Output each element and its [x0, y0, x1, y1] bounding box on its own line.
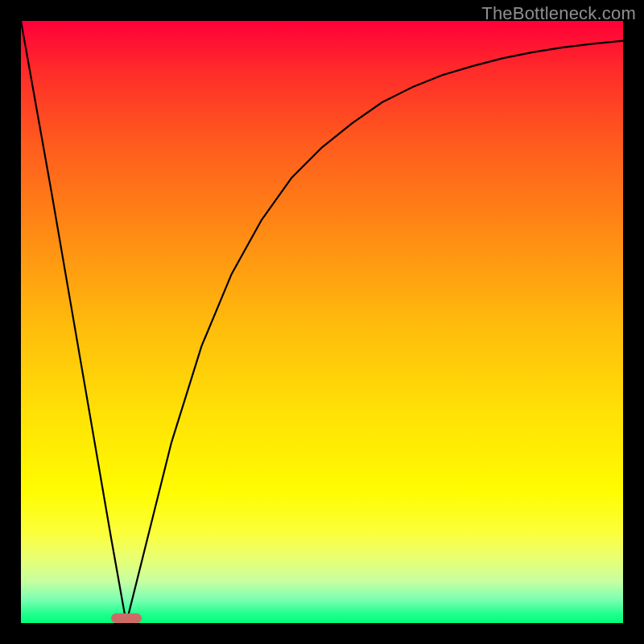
chart-frame: TheBottleneck.com — [0, 0, 644, 644]
watermark-text: TheBottleneck.com — [481, 3, 636, 24]
plot-area — [21, 21, 623, 623]
optimum-marker — [111, 613, 141, 623]
bottleneck-curve — [21, 21, 623, 623]
